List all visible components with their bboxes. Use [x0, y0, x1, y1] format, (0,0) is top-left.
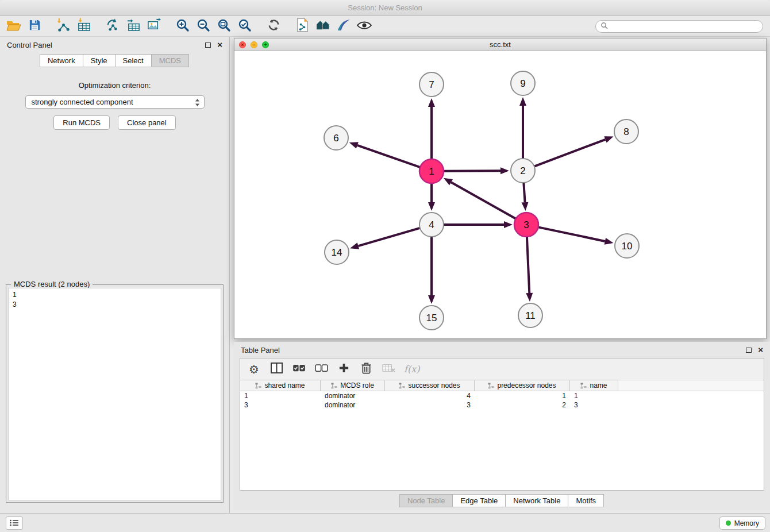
zoom-out-icon	[197, 18, 210, 34]
search-field[interactable]	[595, 20, 763, 33]
delete-row-button[interactable]	[359, 361, 373, 377]
import-table-button[interactable]	[74, 17, 94, 36]
zoom-in-button[interactable]	[172, 17, 193, 36]
column-label: predecessor nodes	[497, 381, 556, 390]
tab-network[interactable]: Network	[40, 54, 83, 67]
column-header-mcds-role[interactable]: MCDS role	[321, 380, 385, 391]
graph-edge-1-4[interactable]	[428, 183, 435, 211]
export-image-button[interactable]	[144, 17, 164, 36]
graph-edge-2-9[interactable]	[519, 97, 526, 159]
column-header-name[interactable]: name	[570, 380, 618, 391]
network-window-titlebar[interactable]: × − + scc.txt	[234, 38, 766, 51]
tab-select[interactable]: Select	[115, 54, 152, 67]
table-header-row: shared nameMCDS rolesuccessor nodesprede…	[240, 380, 764, 391]
graph-node-1[interactable]: 1	[419, 159, 444, 183]
network-graph[interactable]: 7968124310141511	[234, 51, 766, 338]
mcds-result-list[interactable]: 1 3	[8, 288, 221, 500]
zoom-selected-button[interactable]	[234, 17, 255, 36]
table-settings-button[interactable]: ⚙	[247, 361, 261, 377]
table-row[interactable]: 1dominator411	[240, 391, 764, 400]
graph-edge-2-8[interactable]	[534, 136, 614, 166]
float-panel-icon[interactable]	[205, 43, 211, 48]
select-all-button[interactable]	[292, 361, 306, 377]
tab-mcds[interactable]: MCDS	[151, 54, 189, 67]
graph-edge-3-11[interactable]	[526, 237, 533, 302]
graph-edge-3-10[interactable]	[538, 227, 614, 244]
graph-edge-4-14[interactable]	[350, 228, 420, 249]
deselect-all-icon	[315, 364, 328, 375]
task-list-icon	[10, 518, 19, 529]
refresh-button[interactable]	[263, 17, 284, 36]
export-network-button[interactable]	[102, 17, 123, 36]
home-button[interactable]	[313, 17, 333, 36]
graph-edge-2-3[interactable]	[522, 183, 529, 211]
graph-node-4[interactable]: 4	[419, 213, 444, 237]
tab-motifs[interactable]: Motifs	[568, 494, 604, 507]
delete-row-icon	[361, 362, 372, 376]
search-input[interactable]	[611, 21, 763, 32]
memory-status-icon	[726, 521, 731, 526]
import-network-icon	[56, 18, 71, 34]
show-columns-button[interactable]	[270, 361, 283, 377]
column-tree-icon	[580, 383, 587, 389]
close-panel-icon[interactable]: ×	[217, 42, 222, 48]
graph-node-3[interactable]: 3	[514, 213, 538, 237]
graph-node-14[interactable]: 14	[325, 240, 349, 264]
graph-node-10[interactable]: 10	[615, 234, 639, 258]
graph-node-11[interactable]: 11	[518, 303, 542, 327]
delete-column-button[interactable]	[382, 361, 395, 377]
style-button[interactable]	[333, 17, 354, 36]
graph-edge-1-7[interactable]	[428, 98, 435, 159]
function-builder-icon: f(x)	[404, 364, 419, 375]
run-mcds-button[interactable]: Run MCDS	[53, 115, 110, 130]
show-hide-button[interactable]	[354, 17, 375, 36]
columns-icon	[271, 363, 283, 376]
save-session-button[interactable]	[24, 17, 45, 36]
graph-node-8[interactable]: 8	[614, 119, 638, 144]
column-label: successor nodes	[408, 381, 460, 390]
svg-text:3: 3	[523, 219, 529, 230]
float-panel-icon[interactable]	[746, 348, 752, 353]
tab-style[interactable]: Style	[83, 54, 116, 67]
graph-edge-3-1[interactable]	[444, 178, 516, 219]
tab-network-table[interactable]: Network Table	[505, 494, 568, 507]
memory-button[interactable]: Memory	[719, 516, 765, 530]
task-history-button[interactable]	[6, 516, 23, 530]
graph-node-6[interactable]: 6	[324, 126, 348, 150]
home-icon	[315, 18, 331, 34]
table-row[interactable]: 3dominator323	[240, 400, 764, 410]
graph-edge-1-6[interactable]	[349, 142, 421, 167]
dropdown-arrows-icon	[195, 98, 200, 109]
tab-node-table[interactable]: Node Table	[399, 494, 453, 507]
network-canvas[interactable]: 7968124310141511	[234, 51, 766, 338]
close-window-icon[interactable]: ×	[239, 41, 246, 48]
window-titlebar[interactable]: Session: New Session	[0, 0, 770, 16]
criterion-dropdown[interactable]: strongly connected component	[25, 95, 205, 109]
graph-edge-4-15[interactable]	[428, 237, 435, 304]
function-builder-button[interactable]: f(x)	[404, 361, 419, 377]
open-session-button[interactable]	[3, 17, 24, 36]
graph-node-7[interactable]: 7	[419, 72, 444, 97]
minimize-window-icon[interactable]: −	[251, 41, 257, 48]
deselect-all-button[interactable]	[314, 361, 328, 377]
graph-node-9[interactable]: 9	[511, 71, 535, 95]
close-panel-icon[interactable]: ×	[758, 347, 763, 353]
graph-node-2[interactable]: 2	[511, 159, 535, 183]
column-header-shared-name[interactable]: shared name	[240, 380, 321, 391]
network-file-button[interactable]	[292, 17, 313, 36]
search-icon	[600, 21, 608, 32]
graph-node-15[interactable]: 15	[419, 306, 444, 330]
close-panel-button[interactable]: Close panel	[118, 115, 176, 130]
column-header-predecessor-nodes[interactable]: predecessor nodes	[475, 380, 570, 391]
graph-edge-1-2[interactable]	[444, 167, 509, 174]
graph-edge-4-3[interactable]	[444, 221, 513, 228]
import-network-button[interactable]	[53, 17, 74, 36]
add-row-button[interactable]	[337, 361, 351, 377]
zoom-out-button[interactable]	[193, 17, 214, 36]
column-header-successor-nodes[interactable]: successor nodes	[385, 380, 475, 391]
tab-edge-table[interactable]: Edge Table	[452, 494, 506, 507]
memory-label: Memory	[734, 519, 759, 527]
maximize-window-icon[interactable]: +	[262, 41, 269, 48]
zoom-fit-button[interactable]	[214, 17, 234, 36]
export-table-button[interactable]	[123, 17, 144, 36]
